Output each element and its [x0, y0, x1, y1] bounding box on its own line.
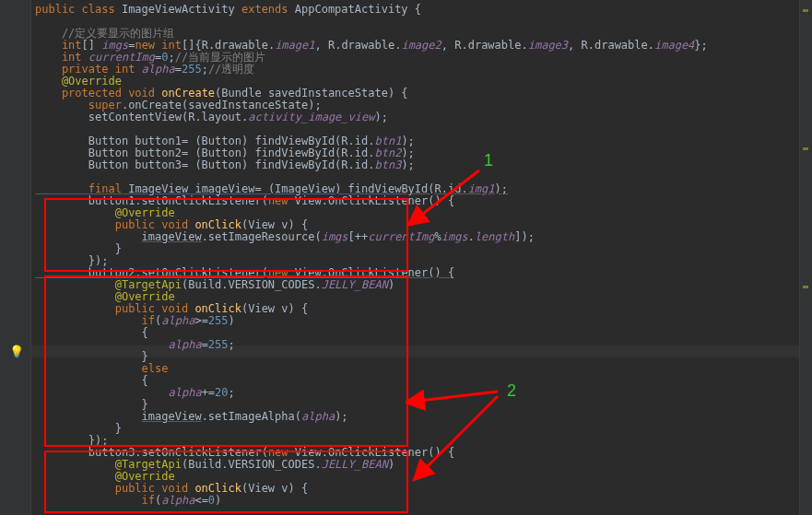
code-line: if(alpha<=0): [35, 494, 221, 507]
code-line: alpha=255;: [35, 338, 235, 351]
code-line: public class ImageViewActivity extends A…: [35, 3, 421, 16]
code-line: @Override: [35, 470, 175, 483]
code-line: imageView.setImageResource(imgs[++curren…: [35, 230, 535, 243]
code-line: Button button3= (Button) findViewById(R.…: [35, 158, 415, 171]
intention-bulb-icon[interactable]: 💡: [9, 345, 24, 357]
code-line: }: [35, 398, 148, 411]
code-area[interactable]: public class ImageViewActivity extends A…: [35, 4, 708, 507]
code-line: @TargetApi(Build.VERSION_CODES.JELLY_BEA…: [35, 458, 394, 471]
editor-gutter: 💡: [0, 0, 31, 515]
warning-marker[interactable]: [803, 9, 808, 12]
code-line: final ImageView imageView= (ImageView) f…: [35, 182, 508, 195]
code-line: alpha+=20;: [35, 386, 235, 399]
code-line: @Override: [35, 290, 175, 303]
code-line: });: [35, 434, 108, 447]
code-line: int[] imgs=new int[]{R.drawable.image1, …: [35, 39, 708, 52]
code-line: else: [35, 362, 169, 375]
annotation-label-1: 1: [484, 155, 493, 167]
code-line: }: [35, 422, 122, 435]
code-line: {: [35, 326, 148, 339]
code-line: @TargetApi(Build.VERSION_CODES.JELLY_BEA…: [35, 278, 394, 291]
annotation-label-2: 2: [507, 385, 516, 397]
code-line: });: [35, 254, 108, 267]
code-line: button1.setOnClickListener(new View.OnCl…: [35, 194, 454, 207]
code-line: button2.setOnClickListener(new View.OnCl…: [35, 266, 454, 279]
code-line: super.onCreate(savedInstanceState);: [35, 99, 322, 111]
code-line: }: [35, 242, 122, 255]
code-line: imageView.setImageAlpha(alpha);: [35, 410, 348, 423]
warning-marker[interactable]: [803, 147, 808, 150]
code-line: }: [35, 350, 148, 363]
code-line: public void onClick(View v) {: [35, 218, 308, 231]
code-line: int currentImg=0;//当前显示的图片: [35, 51, 265, 64]
code-line: private int alpha=255;//透明度: [35, 63, 254, 76]
code-line: @Override: [35, 206, 175, 219]
code-line: @Override: [35, 75, 122, 88]
code-line: if(alpha>=255): [35, 314, 235, 327]
error-stripe[interactable]: [799, 0, 812, 515]
code-line: //定义要显示的图片组: [35, 27, 174, 40]
code-line: public void onClick(View v) {: [35, 302, 308, 315]
code-line: protected void onCreate(Bundle savedInst…: [35, 87, 408, 99]
warning-marker[interactable]: [803, 286, 808, 288]
code-line: public void onClick(View v) {: [35, 482, 308, 495]
code-line: Button button2= (Button) findViewById(R.…: [35, 146, 415, 159]
code-line: setContentView(R.layout.activity_image_v…: [35, 111, 388, 123]
code-line: button3.setOnClickListener(new View.OnCl…: [35, 446, 454, 459]
code-line: Button button1= (Button) findViewById(R.…: [35, 135, 415, 147]
code-line: {: [35, 374, 148, 387]
